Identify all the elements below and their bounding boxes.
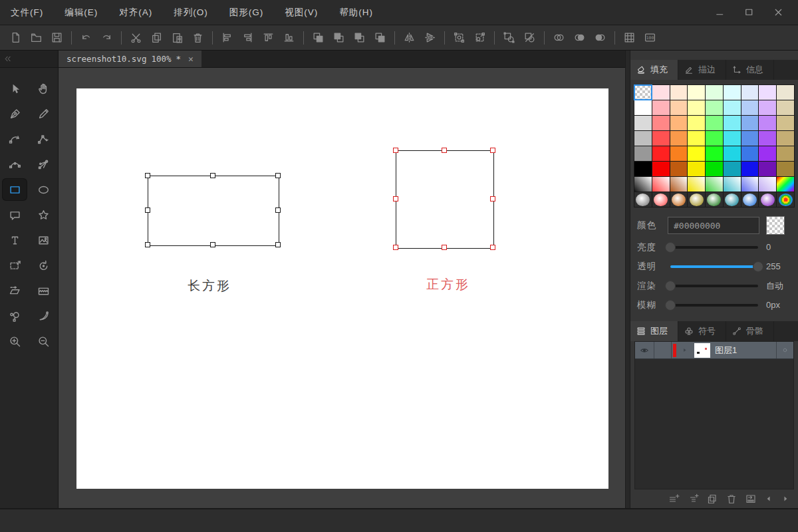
delete-layer-button[interactable]	[726, 493, 737, 505]
fill-tab-2[interactable]: 信息	[726, 60, 774, 80]
palette-swatch-r5c6[interactable]	[741, 162, 759, 176]
selection-handle[interactable]	[210, 242, 215, 247]
layer-link-indicator[interactable]	[777, 342, 793, 358]
bring-forward-button[interactable]	[349, 28, 370, 48]
selection-handle[interactable]	[490, 245, 495, 250]
palette-swatch-r6c4[interactable]	[706, 177, 723, 192]
palette-swatch-r6c5[interactable]	[724, 177, 741, 192]
exclude-button[interactable]	[590, 28, 610, 48]
canvas-viewport[interactable]: 长方形正方形	[59, 68, 625, 508]
group-button[interactable]	[449, 28, 469, 48]
tool-pen[interactable]	[3, 103, 27, 124]
selection-handle[interactable]	[275, 242, 281, 247]
maximize-button[interactable]	[742, 6, 755, 19]
palette-swatch-r0c5[interactable]	[724, 85, 741, 100]
palette-swatch-r0c4[interactable]	[706, 85, 723, 100]
palette-swatch-r4c4[interactable]	[706, 146, 723, 161]
layer-expand-arrow[interactable]	[678, 342, 691, 358]
render-slider-handle[interactable]	[665, 281, 676, 291]
palette-swatch-r5c0[interactable]	[634, 162, 652, 176]
layers-tab-0[interactable]: 图层	[630, 321, 678, 341]
ungroup-button[interactable]	[469, 28, 490, 48]
align-right-button[interactable]	[237, 28, 258, 48]
open-file-button[interactable]	[26, 28, 47, 48]
palette-swatch-r6c7[interactable]	[759, 177, 776, 192]
align-bottom-button[interactable]	[279, 28, 299, 48]
palette-swatch-r7c4[interactable]	[706, 192, 723, 207]
menu-item-file[interactable]: 文件(F)	[0, 7, 54, 19]
layer-lock-cell[interactable]	[654, 342, 672, 358]
tool-text[interactable]	[3, 229, 27, 251]
palette-swatch-r0c6[interactable]	[741, 85, 759, 100]
menu-item-align[interactable]: 对齐(A)	[108, 7, 163, 19]
selection-handle[interactable]	[275, 207, 281, 213]
menu-item-help[interactable]: 帮助(H)	[329, 7, 384, 19]
zoom-100-button[interactable]: 100	[640, 28, 660, 48]
union-button[interactable]	[549, 28, 569, 48]
palette-swatch-r7c7[interactable]	[759, 192, 776, 207]
layers-tab-2[interactable]: 骨骼	[726, 321, 774, 341]
menu-item-view[interactable]: 视图(V)	[274, 7, 329, 19]
palette-swatch-r3c5[interactable]	[724, 131, 741, 146]
layer-row[interactable]: 图层1	[635, 342, 793, 359]
fill-tab-0[interactable]: 填充	[630, 60, 678, 80]
tool-lasso[interactable]	[32, 305, 56, 327]
grid-button[interactable]	[619, 28, 640, 48]
blur-slider-handle[interactable]	[665, 300, 676, 311]
palette-swatch-r4c6[interactable]	[741, 146, 759, 161]
palette-swatch-r0c7[interactable]	[759, 85, 776, 100]
render-slider-track[interactable]	[670, 285, 758, 287]
tool-select[interactable]	[3, 78, 27, 99]
palette-swatch-r4c1[interactable]	[652, 146, 670, 161]
selection-handle[interactable]	[210, 173, 215, 178]
merge-layer-button[interactable]	[745, 493, 757, 505]
send-backward-button[interactable]	[329, 28, 349, 48]
selection-handle[interactable]	[490, 148, 495, 153]
palette-swatch-r2c5[interactable]	[724, 116, 741, 130]
palette-swatch-r4c0[interactable]	[634, 146, 652, 161]
menu-item-arrange[interactable]: 排列(O)	[163, 7, 219, 19]
next-layer-button[interactable]	[781, 494, 790, 503]
collapse-panel-icon[interactable]	[3, 55, 12, 63]
palette-swatch-r7c5[interactable]	[724, 192, 741, 207]
palette-swatch-r3c4[interactable]	[706, 131, 723, 146]
palette-swatch-r1c5[interactable]	[724, 100, 741, 115]
palette-swatch-r4c8[interactable]	[777, 146, 794, 161]
palette-swatch-r0c0[interactable]	[634, 85, 652, 100]
duplicate-layer-button[interactable]	[706, 493, 718, 505]
send-to-back-button[interactable]	[370, 28, 390, 48]
brightness-slider-track[interactable]	[670, 246, 758, 249]
palette-swatch-r3c2[interactable]	[670, 131, 688, 146]
tool-pencil[interactable]	[32, 103, 56, 124]
flip-vertical-button[interactable]	[420, 28, 440, 48]
palette-swatch-r2c6[interactable]	[741, 116, 759, 130]
tool-speech-bubble[interactable]	[3, 204, 27, 225]
selection-handle[interactable]	[145, 242, 150, 247]
palette-swatch-r1c4[interactable]	[706, 100, 723, 115]
align-top-button[interactable]	[258, 28, 279, 48]
shape-rectangle[interactable]	[148, 176, 279, 246]
delete-button[interactable]	[188, 28, 208, 48]
palette-swatch-r0c3[interactable]	[688, 85, 705, 100]
palette-swatch-r7c0[interactable]	[634, 192, 652, 207]
paste-button[interactable]	[167, 28, 188, 48]
tool-node-edit[interactable]	[3, 154, 27, 175]
palette-swatch-r2c4[interactable]	[706, 116, 723, 130]
palette-swatch-r2c1[interactable]	[652, 116, 670, 130]
new-file-button[interactable]	[5, 28, 26, 48]
shape-square[interactable]	[396, 150, 494, 249]
add-layer-button[interactable]	[668, 493, 680, 505]
palette-swatch-r5c1[interactable]	[652, 162, 670, 176]
add-sublayer-button[interactable]	[687, 493, 699, 505]
cut-button[interactable]	[126, 28, 146, 48]
palette-swatch-r1c7[interactable]	[759, 100, 776, 115]
palette-swatch-r3c1[interactable]	[652, 131, 670, 146]
tool-rectangle[interactable]	[3, 179, 27, 200]
selection-handle[interactable]	[393, 148, 398, 153]
page[interactable]: 长方形正方形	[76, 88, 608, 489]
palette-swatch-r4c7[interactable]	[759, 146, 776, 161]
tool-curve[interactable]	[3, 128, 27, 150]
palette-swatch-r4c2[interactable]	[670, 146, 688, 161]
brightness-slider-handle[interactable]	[665, 242, 676, 253]
selection-handle[interactable]	[393, 245, 398, 250]
